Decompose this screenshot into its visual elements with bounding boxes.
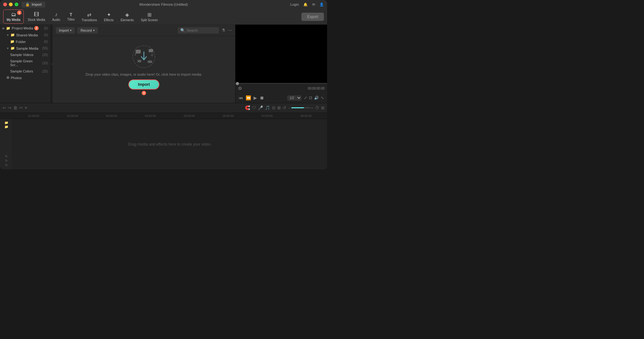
- app-title: Wondershare Filmora (Untitled): [139, 3, 188, 6]
- titles-icon: T: [69, 12, 72, 17]
- speed-bar[interactable]: [291, 107, 310, 108]
- toolbar-item-titles[interactable]: T Titles: [64, 10, 78, 23]
- export-button[interactable]: Export: [301, 13, 324, 21]
- minimize-button[interactable]: [9, 3, 13, 6]
- svg-text:♪: ♪: [134, 52, 136, 56]
- traffic-lights: [3, 3, 18, 6]
- tl-shield-icon[interactable]: 🛡: [252, 105, 256, 110]
- filter-icon[interactable]: ⚗: [222, 28, 225, 33]
- maximize-button[interactable]: [15, 3, 18, 6]
- zoom-in-icon[interactable]: +: [311, 106, 313, 110]
- elements-icon: ◈: [125, 12, 129, 18]
- search-input[interactable]: [187, 28, 215, 32]
- panel-splitter[interactable]: [51, 25, 53, 103]
- tl-loop-icon[interactable]: ↻: [1, 154, 12, 158]
- playback-bar: ⏮ ⏪ ▶ ⏹ 1/2 1/4 Full ⤢ ⊡ 🔊 ⤡: [235, 93, 327, 103]
- tl-music-icon[interactable]: 🎵: [265, 105, 270, 110]
- sidebar-item-shared-media[interactable]: ▼ 📁 Shared Media (0): [0, 32, 50, 38]
- sample-colors-count: (25): [42, 70, 48, 73]
- stock-media-label: Stock Media: [28, 18, 45, 22]
- elements-label: Elements: [120, 18, 134, 22]
- tl-grid-icon[interactable]: ⊞: [321, 105, 325, 110]
- drop-zone-text: Drop your video clips, images, or audio …: [86, 72, 202, 76]
- import-button[interactable]: Import: [128, 79, 159, 90]
- add-video-track-button[interactable]: 📁: [4, 121, 8, 124]
- crop-icon[interactable]: ⊡: [309, 96, 312, 100]
- tl-mic-icon[interactable]: 🎤: [258, 105, 263, 110]
- sidebar-item-photos[interactable]: ⚙ Photos: [0, 74, 50, 81]
- progress-bar[interactable]: [235, 83, 327, 84]
- tl-split-icon[interactable]: ⊟: [272, 105, 275, 110]
- svg-rect-1: [136, 50, 141, 53]
- toolbar-item-split-screen[interactable]: ⊞ Split Screen: [138, 10, 161, 24]
- cut-button[interactable]: ✂: [19, 105, 23, 110]
- delete-button[interactable]: 🗑: [13, 105, 17, 110]
- close-button[interactable]: [3, 3, 7, 6]
- speed-fill: [291, 107, 304, 108]
- folder-icon-sample: 📁: [10, 46, 15, 50]
- content-toolbar: Import ▾ Record ▾ 🔍 ⚗ ⋯: [53, 25, 235, 36]
- record-chevron-icon: ▾: [93, 29, 95, 32]
- sidebar-item-sample-green-scr[interactable]: Sample Green Scr... (10): [0, 58, 50, 68]
- import-dropdown-button[interactable]: Import ▾: [56, 27, 75, 34]
- sidebar-item-sample-videos[interactable]: Sample Videos (20): [0, 52, 50, 58]
- sidebar-item-sample-media[interactable]: ▼ 📁 Sample Media (55): [0, 45, 50, 52]
- import-chevron-icon: ▾: [70, 29, 72, 32]
- svg-rect-4: [148, 60, 152, 63]
- undo-button[interactable]: ↩: [3, 105, 6, 110]
- import-label: Import: [59, 28, 69, 32]
- redo-button[interactable]: ↪: [8, 105, 11, 110]
- sidebar-item-folder[interactable]: 📁 Folder (0): [0, 38, 50, 45]
- login-link[interactable]: Login: [290, 3, 299, 6]
- tl-refresh-icon[interactable]: ↺: [283, 105, 286, 110]
- project-media-badge: 2: [34, 26, 39, 30]
- zoom-out-icon[interactable]: −: [288, 106, 290, 110]
- playback-rate-select[interactable]: 1/2 1/4 Full: [287, 95, 301, 101]
- toolbar-item-my-media[interactable]: 🗂 My Media 1: [3, 9, 24, 24]
- tl-magnet-icon[interactable]: 🧲: [245, 105, 250, 110]
- main-toolbar: 🗂 My Media 1 🎞 Stock Media ♪ Audio T Tit…: [0, 9, 327, 25]
- sidebar-item-sample-colors[interactable]: Sample Colors (25): [0, 68, 50, 74]
- toolbar-item-elements[interactable]: ◈ Elements: [117, 10, 137, 24]
- folder-count: (0): [44, 40, 48, 43]
- toolbar-item-audio[interactable]: ♪ Audio: [49, 10, 63, 23]
- sample-videos-count: (20): [42, 53, 48, 57]
- timeline-toolbar: ↩ ↪ 🗑 ✂ ≡ 🧲 🛡 🎤 🎵 ⊟ ⊠ ↺ − + ⏱ ⊞: [0, 103, 327, 113]
- play-button[interactable]: ▶: [254, 95, 257, 100]
- sample-videos-label: Sample Videos: [10, 53, 34, 57]
- frame-back-button[interactable]: ⏪: [246, 95, 251, 100]
- grid-icon[interactable]: ⋯: [228, 28, 232, 33]
- toolbar-item-stock-media[interactable]: 🎞 Stock Media: [24, 10, 48, 23]
- skip-back-button[interactable]: ⏮: [239, 95, 243, 100]
- tl-extra-icon[interactable]: ↻: [1, 163, 12, 167]
- sample-colors-label: Sample Colors: [10, 69, 33, 73]
- tl-crop-icon[interactable]: ⊠: [277, 105, 281, 110]
- stop-button[interactable]: ⏹: [260, 95, 264, 100]
- svg-rect-2: [149, 49, 153, 52]
- record-dropdown-button[interactable]: Record ▾: [77, 27, 98, 34]
- sidebar-item-project-media[interactable]: ▶ 📁 Project Media 2 (0): [0, 25, 50, 32]
- expand-icon[interactable]: ⤡: [321, 96, 324, 100]
- notification-icon[interactable]: 🔔: [303, 3, 308, 7]
- tl-marker-icon[interactable]: ↻: [1, 159, 12, 162]
- tl-header-8: 08:00:00: [287, 114, 325, 117]
- playhead: [236, 82, 239, 85]
- import-tab[interactable]: 🔒 Import: [22, 2, 45, 8]
- project-media-count: (0): [44, 27, 48, 30]
- toolbar-item-effects[interactable]: ✦ Effects: [101, 10, 117, 24]
- tl-header-7: 07:00:00: [248, 114, 287, 117]
- add-audio-track-button[interactable]: 📁: [4, 125, 8, 129]
- sample-media-count: (55): [42, 47, 48, 50]
- folder-label: Folder: [16, 40, 26, 44]
- titles-label: Titles: [67, 18, 75, 21]
- fullscreen-icon[interactable]: ⤢: [304, 96, 307, 100]
- toolbar-item-transitions[interactable]: ⇄ Transitions: [79, 10, 100, 24]
- svg-rect-3: [138, 60, 141, 62]
- volume-icon[interactable]: 🔊: [314, 96, 319, 100]
- preview-settings-icon[interactable]: ⚙: [238, 86, 242, 91]
- track-labels: 📁 📁 ↻ ↻ ↻: [0, 119, 13, 169]
- tl-clock-icon[interactable]: ⏱: [315, 105, 319, 110]
- mail-icon[interactable]: ✉: [312, 3, 315, 7]
- adjust-button[interactable]: ≡: [25, 105, 27, 110]
- user-icon[interactable]: 👤: [319, 3, 324, 7]
